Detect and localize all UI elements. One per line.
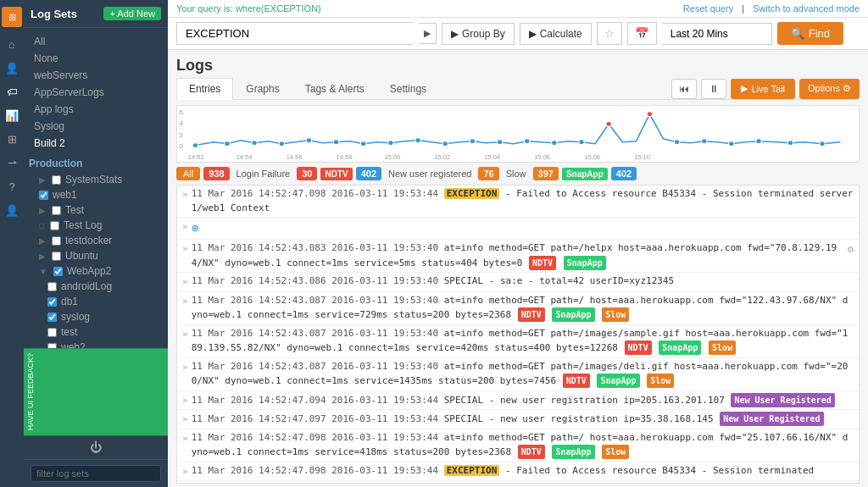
logset-child-systemstats[interactable]: ▶ SystemStats	[24, 172, 168, 187]
power-icon[interactable]: ⏻	[24, 435, 168, 459]
entry-arrow[interactable]: »	[182, 220, 188, 235]
svg-point-16	[525, 139, 530, 144]
logset-child-testlog[interactable]: □ Test Log	[24, 218, 168, 233]
log-entry: » 11 Mar 2016 14:52:47.098 2016-03-11 19…	[177, 185, 859, 218]
filter-newuser-label[interactable]: New user registered	[385, 167, 475, 180]
svg-point-22	[702, 139, 707, 144]
web1-checkbox[interactable]	[39, 191, 48, 200]
live-tail-button[interactable]: ▶ Live Tail	[731, 79, 795, 99]
ubuntu-checkbox[interactable]	[52, 252, 61, 261]
filter-snapapp-label[interactable]: SnapApp	[562, 168, 608, 180]
filter-all-button[interactable]: All	[176, 167, 200, 180]
db1-checkbox[interactable]	[47, 297, 57, 307]
entry-arrow[interactable]: »	[182, 394, 188, 408]
logset-item-syslog[interactable]: Syslog	[24, 118, 168, 135]
logset-item-build2[interactable]: Build 2	[24, 135, 168, 152]
favorite-button[interactable]: ☆	[597, 22, 622, 45]
webapp2-checkbox[interactable]	[53, 267, 63, 276]
nav-tag-icon[interactable]: 🏷	[2, 81, 22, 102]
logset-group-production[interactable]: Production	[24, 155, 168, 172]
entry-arrow[interactable]: »	[182, 328, 188, 342]
find-button[interactable]: 🔍 Find	[777, 22, 843, 45]
test-checkbox[interactable]	[52, 206, 61, 215]
tab-graphs[interactable]: Graphs	[233, 78, 292, 99]
nav-share-icon[interactable]: ⇀	[2, 152, 22, 173]
query-input[interactable]	[176, 22, 414, 45]
sidebar-search-input[interactable]	[31, 465, 161, 482]
logset-item-webservers[interactable]: webServers	[24, 67, 168, 84]
test2-checkbox[interactable]	[47, 328, 57, 337]
nav-user-icon[interactable]: 👤	[2, 58, 22, 78]
logset-grandchild-web2[interactable]: web2	[24, 340, 168, 348]
logset-grandchild-db1[interactable]: db1	[24, 294, 168, 309]
filter-slow-count: 397	[533, 167, 559, 180]
testdocker-checkbox[interactable]	[52, 236, 61, 246]
newuser-badge: New User Registered	[731, 393, 834, 407]
time-range-input[interactable]	[662, 23, 772, 45]
svg-point-20	[647, 112, 652, 117]
svg-text:14:58: 14:58	[337, 154, 353, 161]
nav-home-icon[interactable]: ⌂	[2, 34, 22, 54]
play-icon: ▶	[741, 83, 748, 94]
calculate-button[interactable]: ▶ Calculate	[520, 23, 592, 45]
entry-text: 11 Mar 2016 14:52:43.087 2016-03-11 19:5…	[192, 327, 854, 356]
androidlog-checkbox[interactable]	[47, 282, 57, 291]
live-tail-label: Live Tail	[751, 84, 785, 94]
options-button[interactable]: Options ⚙	[799, 79, 860, 99]
feedback-button[interactable]: HAVE UI FEEDBACK?	[24, 348, 168, 435]
logset-child-webapp2[interactable]: ▼ WebApp2	[24, 263, 168, 279]
entry-arrow[interactable]: »	[182, 188, 188, 202]
logset-grandchild-test[interactable]: test	[24, 324, 168, 340]
entry-arrow[interactable]: »	[182, 412, 188, 427]
nav-help-icon[interactable]: ?	[2, 176, 22, 196]
entry-text: 11 Mar 2016 14:52:47.098 2016-03-11 19:5…	[192, 431, 854, 460]
entry-text: 11 Mar 2016 14:52:47.098 2016-03-11 19:5…	[192, 483, 854, 484]
entry-arrow[interactable]: »	[182, 432, 188, 446]
sidebar-icon-strip: ⊞ ⌂ 👤 🏷 📊 ⊞ ⇀ ? 👤	[0, 0, 24, 487]
logset-child-web1[interactable]: web1	[24, 187, 168, 202]
pause-button[interactable]: ⏸	[701, 79, 726, 99]
tab-settings[interactable]: Settings	[377, 78, 439, 99]
logset-child-test[interactable]: ▶ Test	[24, 202, 168, 218]
snap-badge: SnapApp	[597, 374, 639, 388]
tab-tags-alerts[interactable]: Tags & Alerts	[292, 78, 377, 99]
logset-grandchild-androidlog[interactable]: androidLog	[24, 279, 168, 294]
systemstats-checkbox[interactable]	[52, 175, 61, 185]
nav-grid-icon[interactable]: ⊞	[2, 129, 22, 149]
app-logo-icon[interactable]: ⊞	[2, 7, 22, 27]
pipe-button[interactable]: ▶	[419, 23, 437, 44]
filter-login-failure[interactable]: Login Failure	[233, 167, 294, 180]
entry-arrow[interactable]: »	[182, 361, 188, 375]
expand-icon[interactable]: ⊕	[192, 221, 198, 235]
entry-arrow[interactable]: »	[182, 275, 188, 290]
add-new-button[interactable]: + Add New	[103, 7, 161, 20]
reset-query-link[interactable]: Reset query	[683, 3, 733, 14]
logset-grandchild-syslog[interactable]: syslog	[24, 309, 168, 324]
log-entry: » 11 Mar 2016 14:52:47.098 2016-03-11 19…	[177, 481, 859, 484]
nav-chart-icon[interactable]: 📊	[2, 105, 22, 125]
tab-entries[interactable]: Entries	[176, 78, 233, 100]
filter-slow-label[interactable]: Slow	[503, 167, 530, 180]
svg-text:15:04: 15:04	[484, 154, 500, 161]
entry-arrow[interactable]: »	[182, 295, 188, 309]
svg-point-6	[252, 141, 257, 146]
settings-icon[interactable]: ⚙	[848, 241, 854, 257]
entry-text: 11 Mar 2016 14:52:47.094 2016-03-11 19:5…	[192, 393, 854, 408]
chart-area: 6 4 2 0	[176, 105, 860, 163]
logset-item-none[interactable]: None	[24, 50, 168, 67]
logset-item-appserverlogs[interactable]: AppServerLogs	[24, 84, 168, 101]
nav-person-icon[interactable]: 👤	[2, 200, 22, 220]
filter-ndtv-label[interactable]: NDTV	[320, 168, 352, 180]
calendar-button[interactable]: 📅	[627, 22, 657, 45]
logset-child-testdocker[interactable]: ▶ testdocker	[24, 233, 168, 248]
logset-child-ubuntu[interactable]: ▶ Ubuntu	[24, 248, 168, 263]
syslog-checkbox[interactable]	[47, 313, 57, 322]
advanced-mode-link[interactable]: Switch to advanced mode	[753, 3, 860, 14]
entry-arrow[interactable]: »	[182, 465, 188, 479]
testlog-checkbox[interactable]	[50, 221, 59, 230]
entry-arrow[interactable]: »	[182, 242, 188, 257]
logset-item-applogs[interactable]: App logs	[24, 101, 168, 118]
skip-start-button[interactable]: ⏮	[671, 79, 697, 99]
group-by-button[interactable]: ▶ Group By	[442, 23, 515, 45]
logset-item-all[interactable]: All	[24, 33, 168, 50]
